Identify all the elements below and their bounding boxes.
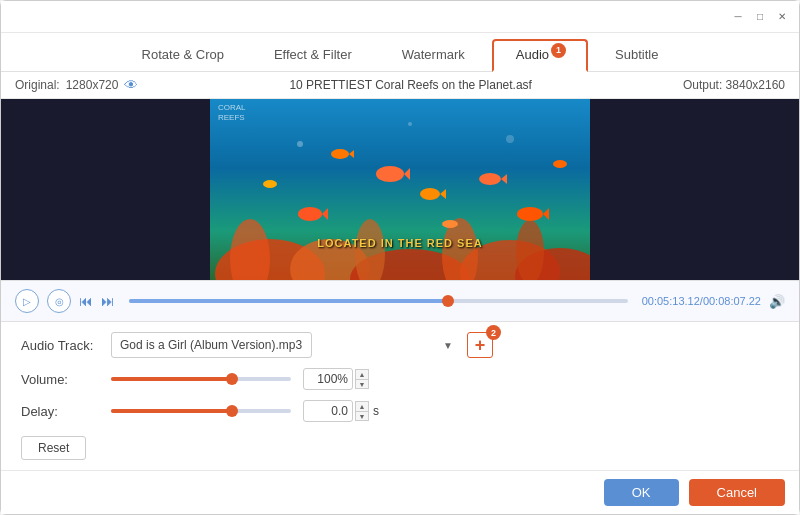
volume-row: Volume: ▲ ▼: [21, 368, 779, 390]
tab-watermark[interactable]: Watermark: [379, 40, 488, 69]
filename-display: 10 PRETTIEST Coral Reefs on the Planet.a…: [138, 78, 683, 92]
eye-icon[interactable]: 👁: [124, 77, 138, 93]
playback-controls: ▷ ◎ ⏮ ⏭ 00:05:13.12/00:08:07.22 🔊: [15, 289, 785, 313]
svg-point-18: [331, 149, 349, 159]
volume-down-button[interactable]: ▼: [355, 379, 369, 389]
audio-track-select-wrapper: God is a Girl (Album Version).mp3 ▼: [111, 332, 461, 358]
delay-value-wrap: ▲ ▼ s: [303, 400, 379, 422]
next-frame-button[interactable]: ⏭: [101, 293, 115, 309]
volume-thumb[interactable]: [226, 373, 238, 385]
audio-track-row: Audio Track: God is a Girl (Album Versio…: [21, 332, 779, 358]
svg-point-16: [479, 173, 501, 185]
volume-spinners: ▲ ▼: [355, 369, 369, 389]
cancel-button[interactable]: Cancel: [689, 479, 785, 506]
svg-point-26: [408, 122, 412, 126]
tab-bar: Rotate & Crop Effect & Filter Watermark …: [1, 33, 799, 72]
volume-up-button[interactable]: ▲: [355, 369, 369, 379]
original-resolution: 1280x720: [66, 78, 119, 92]
window-controls: ─ □ ✕: [731, 10, 789, 24]
progress-fill: [129, 299, 448, 303]
output-resolution: 3840x2160: [726, 78, 785, 92]
ok-button[interactable]: OK: [604, 479, 679, 506]
tab-rotate[interactable]: Rotate & Crop: [119, 40, 247, 69]
svg-point-10: [376, 166, 404, 182]
footer-bar: OK Cancel: [1, 470, 799, 514]
prev-frame-button[interactable]: ⏮: [79, 293, 93, 309]
audio-track-select[interactable]: God is a Girl (Album Version).mp3: [111, 332, 312, 358]
output-label: Output:: [683, 78, 722, 92]
main-window: ─ □ ✕ Rotate & Crop Effect & Filter Wate…: [0, 0, 800, 515]
delay-thumb[interactable]: [226, 405, 238, 417]
delay-unit: s: [373, 404, 379, 418]
time-display: 00:05:13.12/00:08:07.22: [642, 295, 761, 307]
audio-track-label: Audio Track:: [21, 338, 111, 353]
tab-audio[interactable]: Audio1: [492, 39, 588, 72]
output-info: Output: 3840x2160: [683, 78, 785, 92]
volume-label: Volume:: [21, 372, 111, 387]
close-button[interactable]: ✕: [775, 10, 789, 24]
progress-thumb[interactable]: [442, 295, 454, 307]
add-audio-button-wrap: + 2: [461, 332, 493, 358]
delay-track: [111, 409, 291, 413]
progress-bar[interactable]: [129, 299, 628, 303]
play-button[interactable]: ▷: [15, 289, 39, 313]
minimize-button[interactable]: ─: [731, 10, 745, 24]
delay-input[interactable]: [303, 400, 353, 422]
svg-point-24: [553, 160, 567, 168]
video-overlay-text: LOCATED IN THE RED SEA: [317, 237, 482, 249]
volume-slider[interactable]: [111, 377, 291, 381]
volume-track: [111, 377, 291, 381]
stop-button[interactable]: ◎: [47, 289, 71, 313]
delay-slider[interactable]: [111, 409, 291, 413]
volume-input[interactable]: [303, 368, 353, 390]
delay-label: Delay:: [21, 404, 111, 419]
delay-row: Delay: ▲ ▼ s: [21, 400, 779, 422]
delay-fill: [111, 409, 232, 413]
delay-up-button[interactable]: ▲: [355, 401, 369, 411]
video-background: MHG CORAL REEFS LOCATED IN THE RED SEA: [210, 99, 590, 281]
delay-down-button[interactable]: ▼: [355, 411, 369, 421]
volume-icon[interactable]: 🔊: [769, 294, 785, 309]
svg-point-27: [506, 135, 514, 143]
info-bar: Original: 1280x720 👁 10 PRETTIEST Coral …: [1, 72, 799, 99]
select-arrow-icon: ▼: [443, 340, 453, 351]
svg-point-22: [263, 180, 277, 188]
audio-tab-badge: 1: [551, 43, 566, 58]
video-area: MHG CORAL REEFS LOCATED IN THE RED SEA: [1, 99, 799, 281]
delay-spinners: ▲ ▼: [355, 401, 369, 421]
tab-subtitle[interactable]: Subtitle: [592, 40, 681, 69]
svg-point-20: [517, 207, 543, 221]
reset-button[interactable]: Reset: [21, 436, 86, 460]
original-info: Original: 1280x720 👁: [15, 77, 138, 93]
volume-fill: [111, 377, 232, 381]
svg-point-12: [420, 188, 440, 200]
volume-value-wrap: ▲ ▼: [303, 368, 369, 390]
svg-point-14: [298, 207, 322, 221]
settings-area: Audio Track: God is a Girl (Album Versio…: [1, 322, 799, 470]
coral-reef-svg: [210, 99, 590, 281]
svg-point-25: [297, 141, 303, 147]
video-frame: MHG CORAL REEFS LOCATED IN THE RED SEA: [210, 99, 590, 281]
controls-bar: ▷ ◎ ⏮ ⏭ 00:05:13.12/00:08:07.22 🔊: [1, 280, 799, 322]
maximize-button[interactable]: □: [753, 10, 767, 24]
svg-point-23: [442, 220, 458, 228]
tab-effect[interactable]: Effect & Filter: [251, 40, 375, 69]
title-bar: ─ □ ✕: [1, 1, 799, 33]
original-label: Original:: [15, 78, 60, 92]
add-button-badge: 2: [486, 325, 501, 340]
watermark: MHG CORAL REEFS: [218, 99, 246, 124]
